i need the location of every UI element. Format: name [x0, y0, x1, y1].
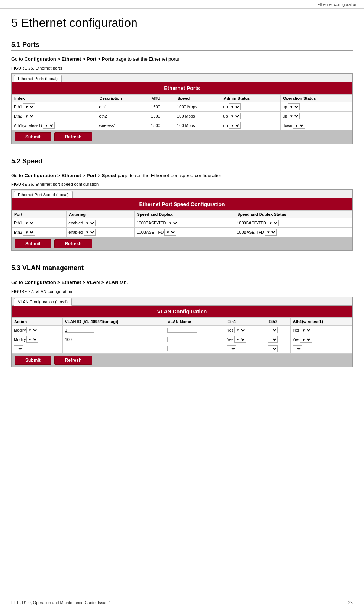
- figure-caption-text-5-1: Ethernet ports: [35, 66, 62, 70]
- eth2-select[interactable]: [268, 345, 278, 352]
- ath1-select[interactable]: [293, 345, 302, 352]
- submit-button-5-2[interactable]: Submit: [15, 239, 51, 248]
- vlan-id-input[interactable]: [65, 328, 94, 333]
- col-ath1: Ath1(wireless1): [290, 317, 352, 325]
- button-row-5-2: Submit Refresh: [12, 237, 352, 250]
- cell-vlan-name: [165, 344, 225, 353]
- cell-ath1: [290, 344, 352, 353]
- index-select[interactable]: ▾: [23, 103, 35, 110]
- cell-autoneg: enabled ▾: [67, 228, 135, 237]
- cell-eth1: Yes▾: [225, 325, 266, 335]
- chapter-title: 5 Ethernet configuration: [11, 16, 353, 30]
- vlan-name-input[interactable]: [167, 337, 197, 342]
- tab-bar-5-3: VLAN Configuration (Local): [12, 297, 352, 306]
- speed-duplex-select[interactable]: ▾: [164, 229, 176, 236]
- col-index: Index: [12, 94, 97, 102]
- tab-eth-speed-local[interactable]: Ethernet Port Speed (Local): [14, 191, 73, 198]
- section-heading-5-1: 5.1 Ports: [11, 41, 353, 51]
- col-speed: Speed: [175, 94, 221, 102]
- table-row: Ath1(wireless1) ▾ wireless1 1500 100 Mbp…: [12, 121, 352, 130]
- eth-speed-widget: Ethernet Port Speed (Local) Ethernet Por…: [11, 189, 353, 251]
- figure-caption-5-3: FIGURE 27. VLAN configuration: [11, 289, 353, 294]
- table-row: Eth1 ▾ enabled ▾ 1000BASE-TFD ▾ 1000BASE…: [12, 218, 352, 228]
- col-vlan-name: VLAN Name: [165, 317, 225, 325]
- refresh-button-5-3[interactable]: Refresh: [54, 356, 93, 365]
- vlan-name-input[interactable]: [167, 346, 197, 351]
- action-select[interactable]: ▾: [26, 336, 38, 343]
- admin-status-select[interactable]: ▾: [229, 122, 241, 129]
- eth2-select[interactable]: [268, 336, 278, 343]
- op-status-select[interactable]: ▾: [288, 113, 300, 119]
- col-speed-duplex-status: Speed and Duplex Status: [235, 211, 352, 218]
- vlan-id-input[interactable]: [65, 346, 94, 351]
- tab-ethernet-ports-local[interactable]: Ethernet Ports (Local): [14, 75, 62, 82]
- cell-op-status: up ▾: [280, 111, 352, 121]
- ath1-select[interactable]: ▾: [300, 327, 312, 333]
- cell-eth1: Yes▾: [225, 335, 266, 344]
- figure-caption-5-1: FIGURE 25. Ethernet ports: [11, 66, 353, 70]
- vlan-id-input[interactable]: [65, 337, 94, 342]
- speed-duplex-status-select[interactable]: ▾: [267, 220, 279, 226]
- section-heading-5-2: 5.2 Speed: [11, 157, 353, 167]
- cell-vlan-name: [165, 325, 225, 335]
- cell-port: Eth2 ▾: [12, 228, 67, 237]
- op-status-select[interactable]: ▾: [293, 122, 305, 129]
- ethernet-ports-header: Ethernet Ports: [12, 82, 352, 94]
- cell-mtu: 1500: [149, 111, 175, 121]
- table-row: Modify▾ Yes▾ Yes▾: [12, 325, 352, 335]
- ath1-select[interactable]: ▾: [300, 336, 312, 343]
- tab-vlan-local[interactable]: VLAN Configuration (Local): [14, 298, 72, 306]
- eth1-select[interactable]: [227, 345, 236, 352]
- action-select[interactable]: ▾: [26, 327, 38, 333]
- port-select[interactable]: ▾: [23, 229, 35, 236]
- figure-caption-text-5-3: VLAN configuration: [35, 289, 72, 294]
- cell-admin-status: up ▾: [221, 102, 280, 111]
- table-row: Eth2 ▾ eth2 1500 100 Mbps up ▾ up ▾: [12, 111, 352, 121]
- cell-vlan-id: [62, 344, 165, 353]
- speed-duplex-status-select[interactable]: ▾: [265, 229, 277, 236]
- index-select[interactable]: ▾: [23, 113, 35, 119]
- cell-autoneg: enabled ▾: [67, 218, 135, 228]
- cell-index: Eth1 ▾: [12, 102, 97, 111]
- cell-desc: eth2: [97, 111, 149, 121]
- cell-speed-duplex: 100BASE-TFD ▾: [135, 228, 235, 237]
- autoneg-select[interactable]: ▾: [84, 220, 96, 226]
- port-select[interactable]: ▾: [23, 220, 35, 226]
- figure-caption-text-5-2: Ethernet port speed configuration: [35, 182, 99, 186]
- table-row: Eth2 ▾ enabled ▾ 100BASE-TFD ▾ 100BASE-T…: [12, 228, 352, 237]
- submit-button-5-1[interactable]: Submit: [15, 132, 51, 141]
- col-eth1: Eth1: [225, 317, 266, 325]
- section-para-5-1: Go to Configuration > Ethernet > Port > …: [11, 55, 353, 63]
- cell-admin-status: up ▾: [221, 121, 280, 130]
- cell-mtu: 1500: [149, 121, 175, 130]
- eth1-select[interactable]: ▾: [234, 336, 246, 343]
- autoneg-select[interactable]: ▾: [84, 229, 96, 236]
- eth2-select[interactable]: [268, 327, 278, 333]
- cell-vlan-name: [165, 335, 225, 344]
- figure-caption-5-2: FIGURE 26. Ethernet port speed configura…: [11, 182, 353, 186]
- vlan-config-widget: VLAN Configuration (Local) VLAN Configur…: [11, 297, 353, 367]
- refresh-button-5-1[interactable]: Refresh: [54, 132, 93, 141]
- admin-status-select[interactable]: ▾: [229, 103, 241, 110]
- index-select[interactable]: ▾: [43, 122, 55, 129]
- vlan-name-input[interactable]: [167, 328, 197, 333]
- cell-desc: wireless1: [97, 121, 149, 130]
- cell-eth2: [266, 325, 290, 335]
- refresh-button-5-2[interactable]: Refresh: [54, 239, 93, 248]
- table-row: [12, 344, 352, 353]
- eth1-select[interactable]: ▾: [234, 327, 246, 333]
- cell-eth2: [266, 344, 290, 353]
- op-status-select[interactable]: ▾: [288, 103, 300, 110]
- action-select[interactable]: [14, 345, 23, 352]
- col-port: Port: [12, 211, 67, 218]
- vlan-config-table: Action VLAN ID [51..4094/1(untag)] VLAN …: [12, 317, 352, 354]
- section-para-5-2: Go to Configuration > Ethernet > Port > …: [11, 172, 353, 179]
- admin-status-select[interactable]: ▾: [229, 113, 241, 119]
- eth-speed-table: Port Autoneg Speed and Duplex Speed and …: [12, 210, 352, 237]
- section-para-5-3: Go to Configuration > Ethernet > VLAN > …: [11, 279, 353, 286]
- speed-duplex-select[interactable]: ▾: [167, 220, 178, 226]
- submit-button-5-3[interactable]: Submit: [15, 356, 51, 365]
- cell-eth2: [266, 335, 290, 344]
- col-vlan-id: VLAN ID [51..4094/1(untag)]: [62, 317, 165, 325]
- col-description: Description: [97, 94, 149, 102]
